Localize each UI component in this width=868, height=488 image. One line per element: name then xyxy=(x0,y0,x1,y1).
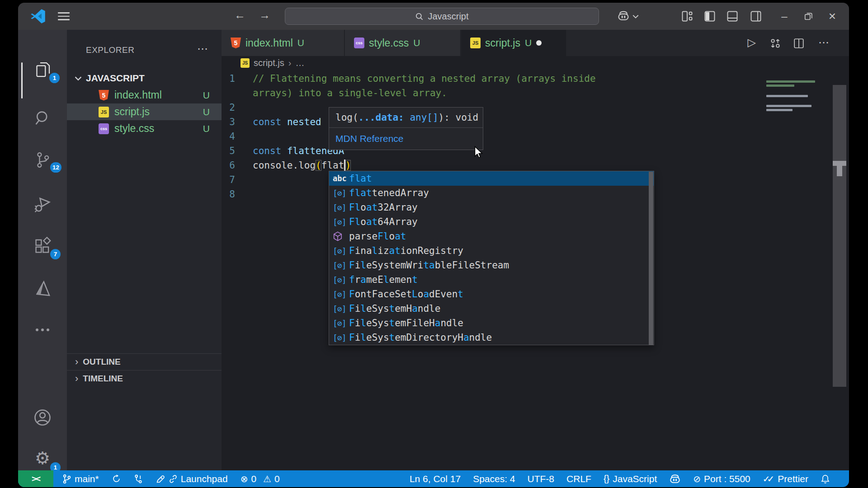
suggestion-frameElement[interactable]: [⊘]frameElement xyxy=(329,272,654,287)
line-number xyxy=(222,86,235,100)
launchpad-item[interactable]: Launchpad xyxy=(156,474,228,484)
outline-section[interactable]: › OUTLINE xyxy=(67,353,222,370)
command-center-search[interactable]: Javascript xyxy=(285,8,599,25)
code-line[interactable]: 5const flattenedA xyxy=(222,144,849,158)
file-row-index-html[interactable]: 5 index.html U xyxy=(67,87,222,103)
code-text: // Flattening means converting a nested … xyxy=(235,71,596,86)
editor-more-actions-icon[interactable]: ⋯ xyxy=(818,36,829,49)
suggest-scrollbar[interactable] xyxy=(649,172,653,345)
close-button[interactable]: × xyxy=(822,3,843,30)
source-control-view-icon[interactable]: 12 xyxy=(18,144,67,176)
suggestion-FileSystemFileHandle[interactable]: [⊘]FileSystemFileHandle xyxy=(329,316,654,330)
customize-layout-icon[interactable] xyxy=(681,10,693,24)
tab-style-css[interactable]: css style.css U xyxy=(345,30,461,56)
workspace-folder-row[interactable]: JAVASCRIPT xyxy=(67,70,222,87)
source-control-graph-item[interactable] xyxy=(134,474,143,484)
suggestion-label: flat xyxy=(349,173,372,184)
line-number: 5 xyxy=(222,144,235,158)
code-text: const nested = xyxy=(235,115,344,129)
mdn-reference-link[interactable]: MDN Reference xyxy=(335,133,404,144)
copilot-status-item[interactable] xyxy=(669,474,681,484)
js-file-icon: JS xyxy=(470,38,481,48)
line-number: 8 xyxy=(222,187,235,202)
restore-button[interactable] xyxy=(798,3,819,30)
toggle-secondary-sidebar-icon[interactable] xyxy=(750,10,762,24)
minimize-button[interactable]: – xyxy=(774,3,795,30)
indentation-item[interactable]: Spaces: 4 xyxy=(473,474,515,484)
settings-gear-icon[interactable]: ⚙ 1 xyxy=(18,442,67,474)
encoding-item[interactable]: UTF-8 xyxy=(528,474,555,484)
suggestion-FileSystemDirectoryHandle[interactable]: [⊘]FileSystemDirectoryHandle xyxy=(329,330,654,345)
language-mode-item[interactable]: {} JavaScript xyxy=(604,474,657,484)
suggestion-FinalizationRegistry[interactable]: [⊘]FinalizationRegistry xyxy=(329,244,654,258)
live-server-port-item[interactable]: ⊘ Port : 5500 xyxy=(693,474,750,484)
accounts-icon[interactable] xyxy=(18,401,67,434)
code-line[interactable]: 1// Flattening means converting a nested… xyxy=(222,71,849,86)
prism-extension-icon[interactable] xyxy=(18,273,67,305)
braces-icon: {} xyxy=(604,474,609,484)
code-line[interactable]: arrays) into a single-level array. xyxy=(222,86,849,100)
suggestion-label: FileSystemFileHandle xyxy=(349,318,463,328)
css-file-icon: css xyxy=(354,38,364,48)
remote-indicator[interactable]: >< xyxy=(18,470,53,487)
scrollbar-slider[interactable] xyxy=(833,161,846,166)
search-view-icon[interactable] xyxy=(18,102,67,135)
file-row-style-css[interactable]: css style.css U xyxy=(67,120,222,137)
code-line[interactable]: 3const nested = xyxy=(222,115,849,129)
open-changes-icon[interactable] xyxy=(769,38,781,52)
suggestion-flat[interactable]: abcflat xyxy=(329,171,654,186)
editor-scrollbar[interactable] xyxy=(833,85,846,387)
tab-index-html[interactable]: 5 index.html U xyxy=(222,30,344,56)
unsaved-changes-dot[interactable] xyxy=(536,40,542,46)
tab-script-js[interactable]: JS script.js U xyxy=(461,30,566,56)
code-line[interactable]: 2 xyxy=(222,100,849,115)
rocket-icon xyxy=(156,474,165,484)
suggestion-label: FileSystemHandle xyxy=(349,303,440,314)
navigate-back-icon[interactable]: ← xyxy=(234,9,245,22)
timeline-section[interactable]: › TIMELINE xyxy=(67,370,222,387)
line-number: 6 xyxy=(222,158,235,173)
suggestion-Float64Array[interactable]: [⊘]Float64Array xyxy=(329,215,654,229)
extensions-view-icon[interactable]: 7 xyxy=(18,230,67,262)
menu-hamburger-icon[interactable] xyxy=(58,12,70,20)
eol-item[interactable]: CRLF xyxy=(566,474,591,484)
variable-kind-icon: [⊘] xyxy=(333,188,349,198)
split-editor-icon[interactable] xyxy=(793,38,805,52)
breadcrumb[interactable]: JS script.js › … xyxy=(222,56,849,70)
explorer-more-actions-icon[interactable]: ⋯ xyxy=(197,42,208,55)
suggestion-Float32Array[interactable]: [⊘]Float32Array xyxy=(329,200,654,215)
run-debug-view-icon[interactable] xyxy=(18,187,67,220)
chevron-down-icon[interactable] xyxy=(632,13,639,21)
sync-changes-item[interactable] xyxy=(112,474,121,483)
file-row-script-js[interactable]: JS script.js U xyxy=(67,103,222,120)
toggle-panel-icon[interactable] xyxy=(726,10,739,24)
prettier-item[interactable]: ✓✓ Prettier xyxy=(763,474,808,484)
section-label: OUTLINE xyxy=(83,357,120,367)
additional-views-icon[interactable] xyxy=(18,314,67,346)
run-file-icon[interactable]: ▷ xyxy=(748,36,756,49)
breadcrumb-file[interactable]: script.js xyxy=(254,58,284,68)
cursor-position-item[interactable]: Ln 6, Col 17 xyxy=(410,474,461,484)
code-line[interactable]: 4 xyxy=(222,129,849,144)
activity-bar: 1 12 7 ⚙ 1 xyxy=(18,30,67,470)
suggestion-flattenedArray[interactable]: [⊘]flattenedArray xyxy=(329,186,654,200)
suggestion-FileSystemHandle[interactable]: [⊘]FileSystemHandle xyxy=(329,301,654,316)
suggestion-parseFloat[interactable]: parseFloat xyxy=(329,229,654,244)
suggest-list: abcflat[⊘]flattenedArray[⊘]Float32Array[… xyxy=(329,171,654,345)
scrollbar-slider-stem[interactable] xyxy=(837,166,842,176)
minimap[interactable] xyxy=(766,76,825,128)
suggestion-FontFaceSetLoadEvent[interactable]: [⊘]FontFaceSetLoadEvent xyxy=(329,287,654,301)
port-label: Port : 5500 xyxy=(704,474,750,484)
toggle-primary-sidebar-icon[interactable] xyxy=(703,10,716,24)
copilot-icon[interactable] xyxy=(617,10,630,23)
git-branch-item[interactable]: main* xyxy=(62,474,99,484)
problems-item[interactable]: ⊗ 0 ⚠ 0 xyxy=(241,474,280,484)
suggestion-FileSystemWritableFileStream[interactable]: [⊘]FileSystemWritableFileStream xyxy=(329,258,654,272)
explorer-view-icon[interactable]: 1 xyxy=(18,53,67,86)
signature-text: log(...data: any[]): void xyxy=(329,108,483,127)
explorer-sidebar: EXPLORER ⋯ JAVASCRIPT 5 index.html U JS … xyxy=(67,30,222,470)
breadcrumb-symbol[interactable]: … xyxy=(295,58,304,68)
navigate-forward-icon[interactable]: → xyxy=(259,9,270,22)
notifications-item[interactable] xyxy=(821,474,830,484)
intellisense-suggest-widget: abcflat[⊘]flattenedArray[⊘]Float32Array[… xyxy=(329,171,654,345)
